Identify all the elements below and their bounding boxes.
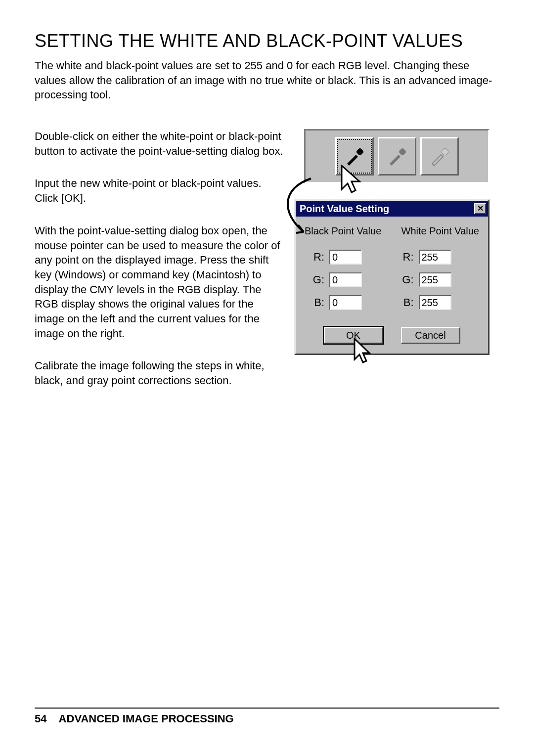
label-b: B: xyxy=(312,296,324,309)
paragraph-4: Calibrate the image following the steps … xyxy=(35,358,284,388)
section-title: ADVANCED IMAGE PROCESSING xyxy=(59,712,234,725)
label-r: R: xyxy=(402,251,414,264)
label-g: G: xyxy=(312,273,324,286)
white-point-dropper-button[interactable] xyxy=(420,137,459,176)
black-b-input[interactable]: 0 xyxy=(329,295,362,310)
paragraph-1: Double-click on either the white-point o… xyxy=(35,129,284,158)
page-footer: 54 ADVANCED IMAGE PROCESSING xyxy=(35,708,499,725)
eyedropper-black-icon xyxy=(342,144,367,169)
eyedropper-toolbar xyxy=(304,129,490,183)
intro-paragraph: The white and black-point values are set… xyxy=(35,58,499,102)
page-heading: SETTING THE WHITE AND BLACK-POINT VALUES xyxy=(35,31,499,51)
close-icon: ✕ xyxy=(477,205,484,213)
label-b: B: xyxy=(402,296,414,309)
dialog-titlebar: Point Value Setting ✕ xyxy=(296,201,488,217)
ok-button[interactable]: OK xyxy=(324,327,383,344)
black-point-header: Black Point Value xyxy=(305,225,381,237)
cancel-button[interactable]: Cancel xyxy=(401,327,460,344)
svg-rect-0 xyxy=(356,148,364,156)
page-number: 54 xyxy=(35,712,46,725)
dialog-title: Point Value Setting xyxy=(300,203,389,215)
white-point-header: White Point Value xyxy=(401,225,480,237)
label-g: G: xyxy=(402,273,414,286)
white-r-input[interactable]: 255 xyxy=(419,250,451,265)
eyedropper-gray-icon xyxy=(385,144,409,169)
white-b-input[interactable]: 255 xyxy=(419,295,451,310)
white-g-input[interactable]: 255 xyxy=(419,272,451,287)
paragraph-2: Input the new white-point or black-point… xyxy=(35,176,284,205)
point-value-setting-dialog: Point Value Setting ✕ Black Point Value … xyxy=(294,199,490,355)
gray-point-dropper-button[interactable] xyxy=(378,137,416,176)
black-point-dropper-button[interactable] xyxy=(335,137,374,176)
label-r: R: xyxy=(312,251,324,264)
paragraph-3: With the point-value-setting dialog box … xyxy=(35,223,284,341)
black-r-input[interactable]: 0 xyxy=(329,250,362,265)
black-g-input[interactable]: 0 xyxy=(329,272,362,287)
close-button[interactable]: ✕ xyxy=(474,203,486,214)
svg-rect-1 xyxy=(398,148,406,156)
eyedropper-white-icon xyxy=(427,144,452,169)
svg-rect-2 xyxy=(441,148,449,156)
